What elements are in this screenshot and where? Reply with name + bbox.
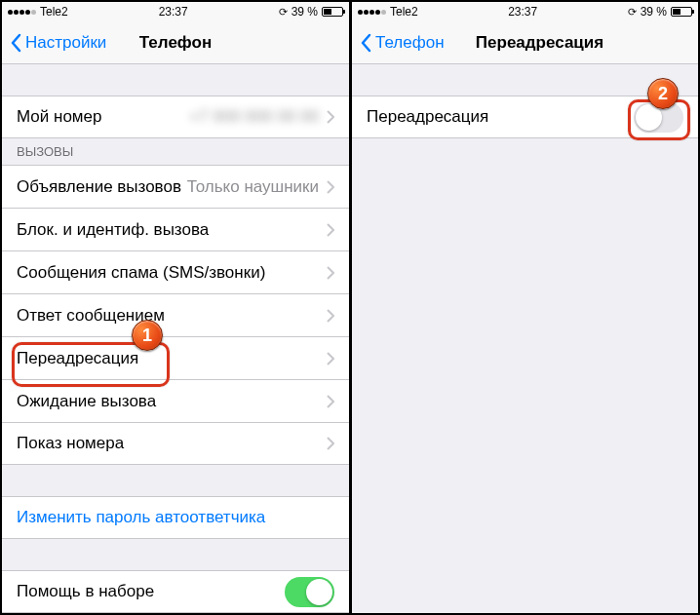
back-label: Телефон [375, 33, 445, 53]
status-bar: Tele2 23:37 ⟳ 39 % [2, 2, 349, 21]
battery-percent: 39 % [641, 5, 667, 19]
cell-reply-message[interactable]: Ответ сообщением [2, 293, 349, 336]
back-button[interactable]: Телефон [360, 33, 445, 53]
section-header-calls: ВЫЗОВЫ [2, 138, 349, 165]
orientation-lock-icon: ⟳ [279, 6, 288, 19]
clock: 23:37 [508, 5, 537, 19]
forwarding-toggle[interactable] [634, 102, 683, 133]
chevron-right-icon [327, 437, 334, 450]
cell-dial-assist[interactable]: Помощь в наборе [2, 570, 349, 613]
cell-spam-messages[interactable]: Сообщения спама (SMS/звонки) [2, 250, 349, 293]
signal-icon [358, 10, 386, 15]
cell-forwarding-toggle[interactable]: Переадресация [352, 96, 698, 138]
dial-assist-toggle[interactable] [285, 577, 334, 607]
cell-announce-calls[interactable]: Объявление вызовов Только наушники [2, 165, 349, 208]
battery-percent: 39 % [292, 5, 318, 19]
clock: 23:37 [159, 5, 188, 19]
phone-left: Tele2 23:37 ⟳ 39 % Настройки Телефон Мой… [1, 1, 350, 614]
battery-icon [322, 7, 343, 17]
chevron-right-icon [327, 352, 334, 365]
chevron-left-icon [360, 33, 371, 53]
cell-block-identify[interactable]: Блок. и идентиф. вызова [2, 208, 349, 250]
phone-right: Tele2 23:37 ⟳ 39 % Телефон Переадресация… [350, 1, 699, 614]
my-number-value: +7 000 000 00 00 [189, 107, 327, 127]
nav-bar: Телефон Переадресация [352, 21, 698, 64]
signal-icon [8, 10, 36, 15]
chevron-right-icon [327, 395, 334, 408]
chevron-right-icon [327, 266, 334, 280]
cell-my-number[interactable]: Мой номер +7 000 000 00 00 [2, 96, 349, 138]
forwarding-list[interactable]: Переадресация [352, 64, 698, 613]
chevron-right-icon [327, 223, 334, 237]
nav-bar: Настройки Телефон [2, 21, 349, 64]
cell-show-caller-id[interactable]: Показ номера [2, 422, 349, 465]
chevron-right-icon [327, 309, 334, 323]
battery-icon [671, 7, 692, 17]
chevron-right-icon [327, 110, 334, 124]
carrier-label: Tele2 [40, 5, 68, 19]
announce-value: Только наушники [187, 177, 327, 197]
settings-list[interactable]: Мой номер +7 000 000 00 00 ВЫЗОВЫ Объявл… [2, 64, 349, 613]
cell-call-waiting[interactable]: Ожидание вызова [2, 379, 349, 422]
orientation-lock-icon: ⟳ [628, 6, 637, 19]
cell-change-vm-password[interactable]: Изменить пароль автоответчика [2, 496, 349, 539]
chevron-right-icon [327, 180, 334, 194]
back-button[interactable]: Настройки [10, 33, 106, 53]
carrier-label: Tele2 [390, 5, 418, 19]
back-label: Настройки [25, 33, 106, 53]
chevron-left-icon [10, 33, 21, 53]
status-bar: Tele2 23:37 ⟳ 39 % [352, 2, 698, 21]
cell-call-forwarding[interactable]: Переадресация [2, 336, 349, 379]
